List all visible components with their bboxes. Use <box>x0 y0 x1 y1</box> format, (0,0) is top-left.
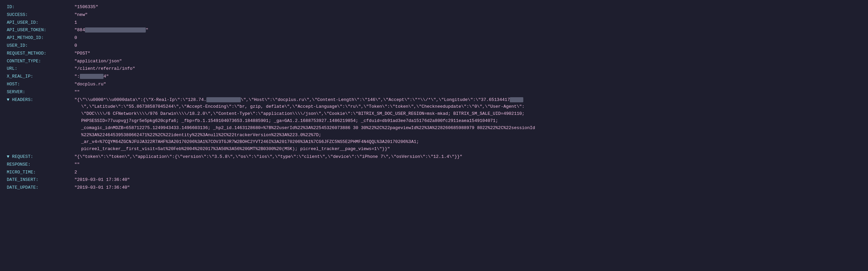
request-row: ▼ REQUEST: "{\"token\":\"token\",\"appli… <box>7 153 861 161</box>
api-user-token-key: API_USER_TOKEN: <box>7 27 74 34</box>
content-type-value: "application/json" <box>74 58 861 65</box>
request-key[interactable]: ▼ REQUEST: <box>7 153 74 161</box>
server-row: SERVER: "" <box>7 88 861 96</box>
date-update-value: "2019-03-01 17:36:40" <box>74 184 861 191</box>
content-type-key: CONTENT_TYPE: <box>7 58 74 65</box>
url-value: "/client/referral/info" <box>74 65 861 72</box>
x-real-ip-value: ":████████4" <box>74 73 861 80</box>
id-key: ID: <box>7 4 74 11</box>
user-id-row: USER_ID: 0 <box>7 42 861 50</box>
date-insert-value: "2019-03-01 17:36:40" <box>74 176 861 184</box>
server-value: "" <box>74 89 861 96</box>
id-row: ID: "1506335" <box>7 3 861 11</box>
x-real-ip-key: X_REAL_IP: <box>7 73 74 80</box>
response-value: "" <box>74 161 861 168</box>
date-insert-row: DATE_INSERT: "2019-03-01 17:36:40" <box>7 176 861 184</box>
headers-row: ▼ HEADERS: "{\"\\u0000*\\u0000data\":{\"… <box>7 96 861 153</box>
x-real-ip-row: X_REAL_IP: ":████████4" <box>7 73 861 81</box>
url-row: URL: "/client/referral/info" <box>7 65 861 73</box>
host-key: HOST: <box>7 81 74 88</box>
headers-key[interactable]: ▼ HEADERS: <box>7 97 74 104</box>
micro-time-value: 2 <box>74 169 861 176</box>
api-user-token-row: API_USER_TOKEN: "884████████████████████… <box>7 26 861 34</box>
response-row: RESPONSE: "" <box>7 161 861 169</box>
request-method-key: REQUEST_METHOD: <box>7 50 74 57</box>
api-method-id-key: API_METHOD_ID: <box>7 35 74 42</box>
user-id-value: 0 <box>74 42 861 49</box>
date-update-key: DATE_UPDATE: <box>7 184 74 191</box>
response-key: RESPONSE: <box>7 161 74 168</box>
content-type-row: CONTENT_TYPE: "application/json" <box>7 58 861 65</box>
success-value: "new" <box>74 12 861 19</box>
api-user-id-key: API_USER_ID: <box>7 19 74 26</box>
request-value: "{\"token\":\"token\",\"application\":{\… <box>74 153 861 161</box>
success-key: SUCCESS: <box>7 12 74 19</box>
date-insert-key: DATE_INSERT: <box>7 176 74 184</box>
date-update-row: DATE_UPDATE: "2019-03-01 17:36:40" <box>7 184 861 192</box>
user-id-key: USER_ID: <box>7 42 74 49</box>
server-key: SERVER: <box>7 89 74 96</box>
log-entry: ID: "1506335" SUCCESS: "new" API_USER_ID… <box>7 3 861 192</box>
request-method-value: "POST" <box>74 50 861 57</box>
api-method-id-value: 0 <box>74 35 861 42</box>
headers-lon-redacted: ████ <box>510 97 523 102</box>
micro-time-row: MICRO_TIME: 2 <box>7 169 861 176</box>
host-row: HOST: "docplus.ru" <box>7 81 861 88</box>
request-method-row: REQUEST_METHOD: "POST" <box>7 50 861 58</box>
api-method-id-row: API_METHOD_ID: 0 <box>7 34 861 42</box>
micro-time-key: MICRO_TIME: <box>7 169 74 176</box>
api-user-token-redacted: ██████████████████████ <box>85 27 146 33</box>
api-user-id-value: 1 <box>74 19 861 26</box>
api-user-token-value: "884██████████████████████" <box>74 27 861 34</box>
api-user-id-row: API_USER_ID: 1 <box>7 19 861 27</box>
id-value: "1506335" <box>74 4 861 11</box>
headers-value: "{\"\\u0000*\\u0000data\":{\"X-Real-Ip\"… <box>74 97 819 153</box>
headers-ip-redacted: ████████████ <box>206 97 241 102</box>
host-value: "docplus.ru" <box>74 81 861 88</box>
success-row: SUCCESS: "new" <box>7 11 861 19</box>
x-real-ip-redacted: ████████ <box>80 74 104 79</box>
url-key: URL: <box>7 65 74 72</box>
